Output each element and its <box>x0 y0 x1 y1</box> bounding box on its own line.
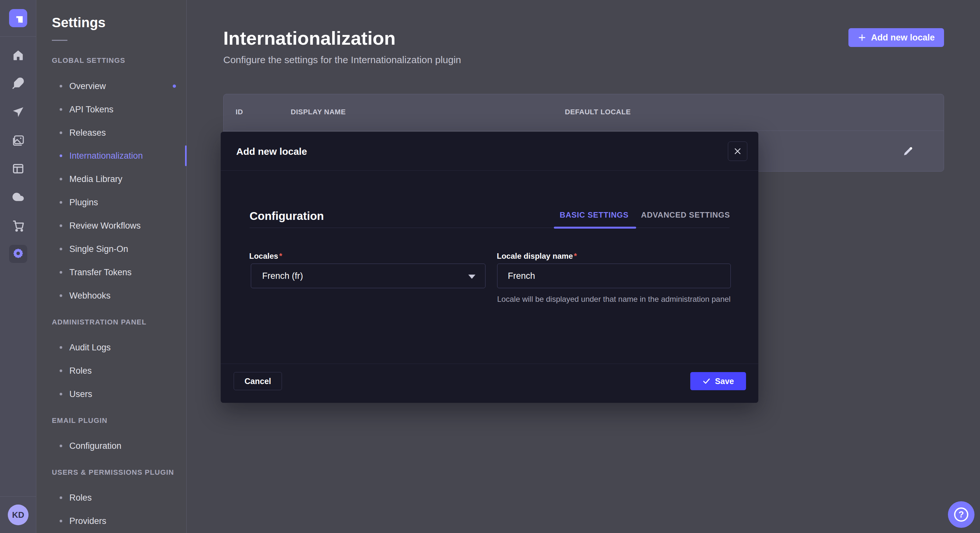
sidebar-item-internationalization[interactable]: Internationalization <box>60 149 143 162</box>
sidebar-item-up-providers[interactable]: Providers <box>60 514 106 528</box>
bullet-icon <box>60 294 62 297</box>
add-new-locale-modal: Add new locale Configuration BASIC SETTI… <box>221 132 758 403</box>
sidebar-item-webhooks[interactable]: Webhooks <box>60 289 110 302</box>
bullet-icon <box>60 85 62 87</box>
tabs-divider <box>250 228 730 228</box>
active-tab-underline <box>554 227 636 228</box>
bullet-icon <box>60 271 62 274</box>
modal-section-title: Configuration <box>250 209 324 222</box>
section-email-plugin: EMAIL PLUGIN <box>52 416 108 426</box>
content-manager-layout-icon[interactable] <box>9 160 27 178</box>
sidebar-item-admin-users[interactable]: Users <box>60 388 92 401</box>
bullet-icon <box>60 132 62 134</box>
close-icon <box>733 147 742 155</box>
section-administration-panel: ADMINISTRATION PANEL <box>52 318 146 328</box>
required-mark: * <box>574 252 577 260</box>
sidebar-title-divider <box>52 40 67 41</box>
modal-title: Add new locale <box>236 146 307 157</box>
sidebar-item-email-configuration[interactable]: Configuration <box>60 439 121 452</box>
cloud-icon[interactable] <box>9 188 27 206</box>
deploy-paper-plane-icon[interactable] <box>9 103 27 121</box>
sidebar-item-admin-roles[interactable]: Roles <box>60 364 92 377</box>
sidebar-item-api-tokens[interactable]: API Tokens <box>60 103 113 116</box>
locales-field-label: Locales* <box>249 252 282 261</box>
save-button-label: Save <box>715 377 734 386</box>
sidebar-item-plugins[interactable]: Plugins <box>60 196 98 209</box>
pencil-icon <box>903 146 913 156</box>
sidebar-item-overview[interactable]: Overview <box>60 80 106 93</box>
table-header-divider <box>224 130 944 131</box>
section-users-permissions-plugin: USERS & PERMISSIONS PLUGIN <box>52 468 174 478</box>
modal-footer: Cancel Save <box>221 364 758 403</box>
locales-select[interactable]: French (fr) <box>251 263 485 288</box>
column-header-id: ID <box>235 108 243 116</box>
sidebar-item-releases[interactable]: Releases <box>60 126 106 139</box>
column-header-default-locale: DEFAULT LOCALE <box>565 108 631 116</box>
home-icon[interactable] <box>9 46 27 64</box>
bullet-icon <box>60 497 62 499</box>
check-icon <box>702 377 711 385</box>
marketplace-cart-icon[interactable] <box>9 217 27 235</box>
strapi-logo[interactable] <box>9 9 27 27</box>
sidebar-item-transfer-tokens[interactable]: Transfer Tokens <box>60 266 132 279</box>
bullet-icon <box>60 154 62 157</box>
help-button[interactable]: ? <box>948 501 975 528</box>
overview-notification-dot <box>173 84 176 88</box>
strapi-logo-icon <box>14 14 23 23</box>
bullet-icon <box>60 444 62 447</box>
strapi-settings-page: KD Settings GLOBAL SETTINGS Overview API… <box>0 0 980 533</box>
question-mark-icon: ? <box>954 508 968 522</box>
settings-gear-icon[interactable] <box>9 245 27 263</box>
rail-bottom-divider <box>0 497 36 497</box>
add-new-locale-button[interactable]: Add new locale <box>848 28 944 47</box>
bullet-icon <box>60 248 62 250</box>
cancel-button[interactable]: Cancel <box>234 372 282 390</box>
locale-display-name-input[interactable] <box>497 263 731 288</box>
bullet-icon <box>60 201 62 204</box>
main-nav-rail: KD <box>0 0 36 533</box>
modal-header: Add new locale <box>221 132 758 171</box>
chevron-down-icon <box>468 274 476 279</box>
sidebar-item-media-library[interactable]: Media Library <box>60 173 123 186</box>
user-initials: KD <box>12 510 24 520</box>
tab-advanced-settings[interactable]: ADVANCED SETTINGS <box>641 211 730 219</box>
tab-basic-settings[interactable]: BASIC SETTINGS <box>560 211 629 219</box>
settings-sidebar: Settings GLOBAL SETTINGS Overview API To… <box>36 0 187 533</box>
bullet-icon <box>60 520 62 522</box>
bullet-icon <box>60 393 62 395</box>
bullet-icon <box>60 346 62 349</box>
bullet-icon <box>60 224 62 227</box>
bullet-icon <box>60 370 62 372</box>
display-name-hint: Locale will be displayed under that name… <box>497 294 743 305</box>
page-subtitle: Configure the settings for the Internati… <box>223 54 461 65</box>
page-title: Internationalization <box>223 27 396 49</box>
add-new-locale-label: Add new locale <box>871 33 935 43</box>
required-mark: * <box>279 252 282 260</box>
sidebar-item-audit-logs[interactable]: Audit Logs <box>60 341 111 354</box>
user-avatar[interactable]: KD <box>8 504 29 525</box>
rail-divider <box>0 36 36 36</box>
save-button[interactable]: Save <box>690 372 746 390</box>
column-header-display-name: DISPLAY NAME <box>291 108 346 116</box>
sidebar-title: Settings <box>52 15 106 30</box>
section-global-settings: GLOBAL SETTINGS <box>52 56 126 66</box>
media-library-icon[interactable] <box>9 132 27 150</box>
sidebar-item-up-roles[interactable]: Roles <box>60 491 92 504</box>
bullet-icon <box>60 108 62 111</box>
sidebar-item-single-sign-on[interactable]: Single Sign-On <box>60 243 128 255</box>
locales-select-value: French (fr) <box>262 271 303 281</box>
modal-close-button[interactable] <box>728 141 747 161</box>
sidebar-item-review-workflows[interactable]: Review Workflows <box>60 219 141 232</box>
edit-locale-button[interactable] <box>902 145 914 157</box>
display-name-field-label: Locale display name* <box>497 252 577 261</box>
bullet-icon <box>60 178 62 180</box>
content-builder-feather-icon[interactable] <box>9 74 27 92</box>
plus-icon <box>858 33 866 42</box>
active-item-indicator <box>185 145 187 166</box>
